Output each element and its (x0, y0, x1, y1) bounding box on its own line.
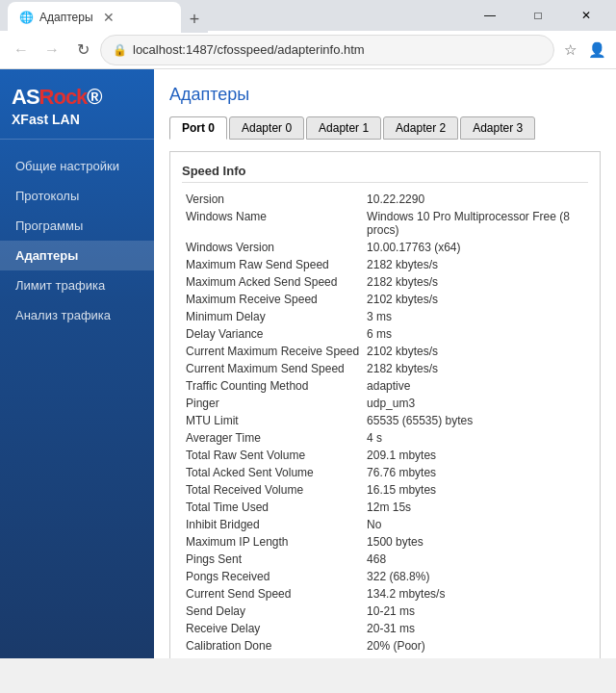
forward-button[interactable]: → (38, 37, 65, 64)
url-text: localhost:1487/cfosspeed/adapterinfo.htm (133, 42, 542, 57)
section-title: Speed Info (182, 164, 588, 183)
table-row: Send Delay10-21 ms (182, 603, 588, 620)
table-row: Version10.22.2290 (182, 191, 588, 208)
row-label: Total Received Volume (182, 481, 363, 499)
table-row: Maximum Acked Send Speed2182 kbytes/s (182, 273, 588, 291)
row-value: 16.15 mbytes (363, 481, 588, 499)
table-row: Windows NameWindows 10 Pro Multiprocesso… (182, 208, 588, 239)
close-button[interactable]: ✕ (564, 0, 608, 31)
row-value: 10-21 ms (363, 603, 588, 620)
tab-adapter1[interactable]: Adapter 1 (306, 116, 381, 140)
row-value: 20% (Poor) (363, 637, 588, 654)
table-row: Maximum IP Length1500 bytes (182, 533, 588, 551)
row-label: Windows Name (182, 208, 363, 239)
page-title: Адаптеры (169, 85, 601, 105)
row-value: adaptive (363, 377, 588, 395)
refresh-button[interactable]: ↻ (69, 37, 96, 64)
row-label: Total Raw Sent Volume (182, 447, 363, 464)
row-label: Traffic Shaping Status (182, 654, 363, 658)
table-row: Total Raw Sent Volume209.1 mbytes (182, 447, 588, 464)
table-row: Receive Delay20-31 ms (182, 620, 588, 637)
tab-port0[interactable]: Port 0 (169, 116, 227, 140)
row-label: Total Acked Sent Volume (182, 464, 363, 481)
row-value: 134.2 mbytes/s (363, 585, 588, 603)
lock-icon: 🔒 (113, 43, 127, 57)
row-label: Total Time Used (182, 499, 363, 516)
sidebar-item-traffic-limit[interactable]: Лимит трафика (0, 270, 154, 300)
info-panel: Speed Info Version10.22.2290Windows Name… (169, 151, 601, 658)
table-row: Maximum Raw Send Speed2182 kbytes/s (182, 256, 588, 273)
sidebar-item-programs[interactable]: Программы (0, 211, 154, 241)
row-value: 209.1 mbytes (363, 447, 588, 464)
account-icon[interactable]: 👤 (585, 38, 608, 62)
row-value: 4 s (363, 429, 588, 447)
row-value: 2182 kbytes/s (363, 273, 588, 291)
row-label: Minimum Delay (182, 308, 363, 325)
row-value: 2182 kbytes/s (363, 360, 588, 377)
table-row: Calibration Done20% (Poor) (182, 637, 588, 654)
info-table: Version10.22.2290Windows NameWindows 10 … (182, 191, 588, 658)
address-bar[interactable]: 🔒 localhost:1487/cfosspeed/adapterinfo.h… (100, 35, 554, 65)
row-label: Maximum IP Length (182, 533, 363, 551)
tab-adapter3[interactable]: Adapter 3 (460, 116, 535, 140)
table-row: Total Received Volume16.15 mbytes (182, 481, 588, 499)
table-row: Traffic Shaping Statusshaping is active (182, 654, 588, 658)
table-row: Total Acked Sent Volume76.76 mbytes (182, 464, 588, 481)
row-label: Delay Variance (182, 325, 363, 343)
sidebar: ASRock® XFast LAN Общие настройкиПротоко… (0, 69, 154, 658)
table-row: Inhibit BridgedNo (182, 516, 588, 533)
table-row: MTU Limit65535 (65535) bytes (182, 412, 588, 429)
maximize-button[interactable]: □ (516, 0, 560, 31)
table-row: Pingerudp_um3 (182, 395, 588, 412)
table-row: Traffic Counting Methodadaptive (182, 377, 588, 395)
back-button[interactable]: ← (8, 37, 35, 64)
row-label: Averager Time (182, 429, 363, 447)
main-content: Адаптеры Port 0Adapter 0Adapter 1Adapter… (154, 69, 616, 658)
row-label: Pongs Received (182, 568, 363, 585)
row-value: udp_um3 (363, 395, 588, 412)
tabs-row: Port 0Adapter 0Adapter 1Adapter 2Adapter… (169, 116, 601, 140)
tab-adapter0[interactable]: Adapter 0 (229, 116, 304, 140)
tab-title: Адаптеры (39, 11, 93, 24)
table-row: Pings Sent468 (182, 551, 588, 568)
sidebar-item-adapters[interactable]: Адаптеры (0, 241, 154, 270)
row-label: Maximum Acked Send Speed (182, 273, 363, 291)
table-row: Delay Variance6 ms (182, 325, 588, 343)
table-row: Averager Time4 s (182, 429, 588, 447)
row-value: 20-31 ms (363, 620, 588, 637)
row-value: No (363, 516, 588, 533)
tab-close-button[interactable]: ✕ (103, 10, 115, 25)
row-label: Windows Version (182, 239, 363, 256)
table-row: Windows Version10.00.17763 (x64) (182, 239, 588, 256)
sidebar-item-general[interactable]: Общие настройки (0, 151, 154, 181)
new-tab-button[interactable]: + (181, 6, 208, 33)
row-label: Pings Sent (182, 551, 363, 568)
row-label: MTU Limit (182, 412, 363, 429)
row-value: 2102 kbytes/s (363, 291, 588, 308)
row-value: 2182 kbytes/s (363, 256, 588, 273)
minimize-button[interactable]: — (468, 0, 512, 31)
row-value: 1500 bytes (363, 533, 588, 551)
table-row: Pongs Received322 (68.8%) (182, 568, 588, 585)
row-value: 6 ms (363, 325, 588, 343)
row-value: 10.22.2290 (363, 191, 588, 208)
sidebar-item-traffic-analysis[interactable]: Анализ трафика (0, 300, 154, 330)
bookmark-icon[interactable]: ☆ (558, 38, 581, 62)
row-value: Windows 10 Pro Multiprocessor Free (8 pr… (363, 208, 588, 239)
table-row: Minimum Delay3 ms (182, 308, 588, 325)
sidebar-item-protocols[interactable]: Протоколы (0, 181, 154, 211)
table-row: Maximum Receive Speed2102 kbytes/s (182, 291, 588, 308)
row-value: 76.76 mbytes (363, 464, 588, 481)
row-value: shaping is active (363, 654, 588, 658)
active-browser-tab[interactable]: 🌐 Адаптеры ✕ (8, 2, 181, 33)
row-value: 322 (68.8%) (363, 568, 588, 585)
row-value: 468 (363, 551, 588, 568)
table-row: Current Send Speed134.2 mbytes/s (182, 585, 588, 603)
row-label: Maximum Receive Speed (182, 291, 363, 308)
row-label: Receive Delay (182, 620, 363, 637)
row-value: 12m 15s (363, 499, 588, 516)
row-value: 65535 (65535) bytes (363, 412, 588, 429)
row-label: Current Maximum Send Speed (182, 360, 363, 377)
nav-menu: Общие настройкиПротоколыПрограммыАдаптер… (0, 140, 154, 342)
tab-adapter2[interactable]: Adapter 2 (383, 116, 458, 140)
